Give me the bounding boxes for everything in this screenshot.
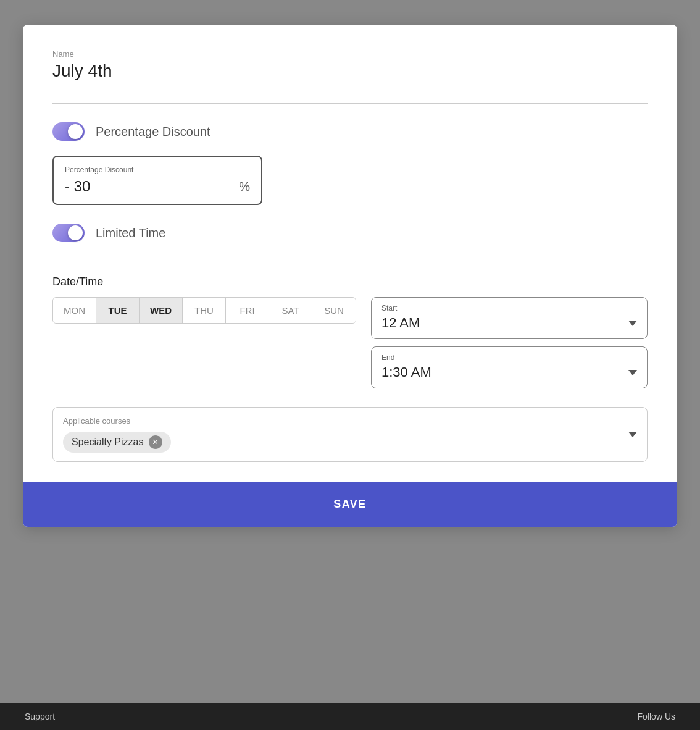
percentage-discount-toggle[interactable] [52,122,85,141]
applicable-courses-box: Applicable courses Specialty Pizzas [52,407,648,462]
end-label: End [381,353,637,362]
name-label: Name [52,49,648,59]
courses-inner: Applicable courses Specialty Pizzas [63,416,617,453]
courses-chevron-down-icon[interactable] [628,432,637,437]
tag-remove-button[interactable] [149,435,162,449]
datetime-section: Date/Time MON TUE WED THU FRI SAT SUN St… [52,275,648,388]
bottom-bar: Support Follow Us [0,703,700,730]
start-time-picker[interactable]: Start 12 AM [371,297,648,339]
discount-percent-symbol: % [239,180,250,194]
percentage-discount-toggle-thumb [68,124,83,139]
day-fri[interactable]: FRI [226,298,269,323]
day-thu[interactable]: THU [183,298,226,323]
datetime-label: Date/Time [52,275,648,288]
day-wed[interactable]: WED [140,298,183,323]
percentage-discount-toggle-track [52,122,85,141]
name-divider [52,103,648,104]
limited-time-toggle-thumb [68,225,83,240]
percentage-discount-box: Percentage Discount - 30 % [52,156,262,205]
tag-label: Specialty Pizzas [72,437,144,448]
start-label: Start [381,304,637,313]
start-value-row: 12 AM [381,315,637,331]
name-field-group: Name July 4th [52,49,648,86]
end-value: 1:30 AM [381,364,431,380]
days-grid: MON TUE WED THU FRI SAT SUN [52,297,356,324]
discount-value: - 30 [65,178,90,195]
percentage-discount-label: Percentage Discount [96,125,210,139]
limited-time-toggle[interactable] [52,224,85,242]
day-sat[interactable]: SAT [269,298,312,323]
support-link[interactable]: Support [25,711,55,721]
start-chevron-down-icon [628,321,637,326]
day-mon[interactable]: MON [53,298,96,323]
start-value: 12 AM [381,315,420,331]
save-button[interactable]: SAVE [23,482,677,527]
tag-specialty-pizzas: Specialty Pizzas [63,432,171,453]
courses-label: Applicable courses [63,416,617,426]
tags-row: Specialty Pizzas [63,432,617,453]
limited-time-toggle-track [52,224,85,242]
time-pickers: Start 12 AM End 1:30 AM [371,297,648,388]
modal-container: Name July 4th Percentage Discount Percen… [23,25,677,527]
limited-time-label: Limited Time [96,226,165,240]
day-sun[interactable]: SUN [312,298,356,323]
follow-us-link[interactable]: Follow Us [638,711,675,721]
discount-box-label: Percentage Discount [65,166,250,174]
limited-time-toggle-row: Limited Time [52,224,648,242]
datetime-row: MON TUE WED THU FRI SAT SUN Start 12 AM [52,297,648,388]
overlay: Name July 4th Percentage Discount Percen… [0,0,700,730]
end-chevron-down-icon [628,370,637,375]
end-time-picker[interactable]: End 1:30 AM [371,346,648,388]
day-tue[interactable]: TUE [96,298,140,323]
discount-box-value-row: - 30 % [65,178,250,195]
end-value-row: 1:30 AM [381,364,637,380]
name-value: July 4th [52,61,648,86]
percentage-discount-toggle-row: Percentage Discount [52,122,648,141]
